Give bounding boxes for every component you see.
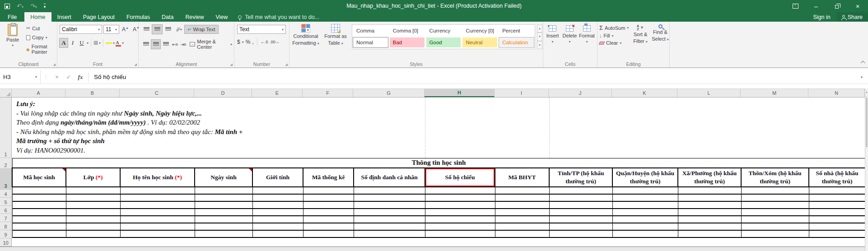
gallery-more-icon[interactable]: ▼ — [537, 41, 542, 49]
cell[interactable] — [120, 216, 195, 223]
copy-button[interactable]: Copy▾ — [24, 34, 57, 41]
cell[interactable] — [495, 230, 549, 237]
cell[interactable] — [66, 223, 120, 230]
header-cell-lop[interactable]: Lớp (*) — [66, 168, 120, 187]
tell-me-box[interactable]: Tell me what you want to do... — [238, 12, 319, 22]
cell[interactable] — [66, 216, 120, 223]
header-cell-xa-phuong[interactable]: Xã/Phường (hộ khẩu thường trú) — [678, 168, 741, 187]
cell[interactable] — [612, 201, 678, 209]
italic-button[interactable]: I — [69, 38, 77, 47]
accounting-dropdown-icon[interactable]: ▾ — [242, 40, 244, 44]
cell[interactable] — [195, 216, 252, 223]
cell[interactable] — [66, 187, 120, 194]
cell[interactable] — [612, 223, 678, 230]
clear-button[interactable]: Clear▾ — [599, 40, 629, 46]
column-header-e[interactable]: E — [252, 89, 303, 97]
cell[interactable] — [741, 216, 809, 223]
cell[interactable] — [549, 201, 612, 209]
percent-style-button[interactable]: % — [246, 39, 251, 45]
header-cell-so-nha[interactable]: Số nhà (hộ khẩu thường trú) — [809, 168, 865, 187]
cell[interactable] — [495, 223, 549, 230]
share-button[interactable]: Share — [837, 12, 868, 22]
cell[interactable] — [495, 98, 549, 158]
column-header-a[interactable]: A — [12, 89, 65, 97]
increase-indent-button[interactable]: ⇥≡ — [179, 42, 187, 47]
section-title-cell[interactable]: Thông tin học sinh — [12, 158, 865, 168]
cell[interactable] — [678, 187, 741, 194]
vertical-scrollbar[interactable]: ▲ — [865, 88, 868, 251]
alignment-dialog-launcher-icon[interactable]: ◢ — [230, 63, 233, 66]
row-header-10[interactable]: 10 — [0, 238, 11, 246]
formula-bar-input[interactable]: Số hộ chiếu — [90, 74, 855, 80]
underline-dropdown-icon[interactable]: ▾ — [87, 41, 89, 45]
gallery-scroll-up-icon[interactable]: ▲ — [537, 24, 542, 33]
cell[interactable] — [354, 201, 425, 209]
align-center-button[interactable] — [151, 40, 160, 49]
column-header-d[interactable]: D — [194, 89, 252, 97]
scrollbar-thumb[interactable] — [866, 98, 868, 147]
header-cell-so-dinh-danh[interactable]: Số định danh cá nhân — [354, 168, 425, 187]
tab-page-layout[interactable]: Page Layout — [77, 12, 121, 22]
cell[interactable] — [741, 223, 809, 230]
fill-button[interactable]: ↓Fill▾ — [599, 33, 629, 38]
column-header-h-selected[interactable]: H — [425, 89, 495, 97]
cell[interactable] — [12, 209, 66, 216]
comma-style-button[interactable]: , — [252, 39, 253, 45]
cell[interactable] — [195, 230, 252, 237]
borders-dropdown-icon[interactable]: ▾ — [99, 41, 101, 45]
cell[interactable] — [495, 209, 549, 216]
decrease-indent-button[interactable]: ⇤≡ — [171, 42, 178, 47]
cell[interactable] — [425, 98, 495, 158]
insert-dropdown-icon[interactable]: ▾ — [551, 40, 553, 44]
cell[interactable] — [195, 223, 252, 230]
column-header-m[interactable]: M — [741, 89, 808, 97]
conditional-formatting-button[interactable]: ≠ Conditional Formatting ▾ — [291, 24, 320, 46]
align-left-button[interactable] — [141, 40, 150, 49]
header-cell-ho-ten[interactable]: Họ tên học sinh (*) — [120, 168, 195, 187]
cell[interactable] — [425, 223, 495, 230]
cell[interactable] — [741, 201, 809, 209]
decrease-decimal-button[interactable]: .00→ — [270, 40, 280, 44]
name-box[interactable]: H3▾ — [0, 70, 41, 84]
number-dialog-launcher-icon[interactable]: ◢ — [285, 63, 288, 66]
formula-bar-handle[interactable]: ⋮ — [41, 74, 51, 80]
cancel-button[interactable]: × — [51, 74, 63, 80]
cell[interactable] — [195, 201, 252, 209]
cell[interactable] — [354, 98, 425, 158]
cell[interactable] — [495, 201, 549, 209]
style-bad[interactable]: Bad — [390, 37, 425, 47]
cell[interactable] — [303, 194, 354, 201]
fill-color-dropdown-icon[interactable]: ▾ — [113, 41, 115, 45]
tab-home[interactable]: Home — [24, 12, 51, 22]
cell[interactable] — [195, 194, 252, 201]
cell[interactable] — [252, 230, 303, 237]
cell[interactable] — [741, 187, 809, 194]
column-header-g[interactable]: G — [353, 89, 425, 97]
top-align-button[interactable] — [141, 25, 151, 34]
underline-button[interactable]: U — [78, 38, 86, 47]
note-cell[interactable]: Lưu ý: - Vui lòng nhập các thông tin ngà… — [12, 98, 252, 158]
save-icon[interactable] — [5, 4, 10, 9]
cell[interactable] — [612, 98, 678, 158]
delete-cells-button[interactable]: × Delete ▾ — [561, 25, 578, 44]
cell[interactable] — [252, 223, 303, 230]
name-box-dropdown-icon[interactable]: ▾ — [35, 75, 37, 79]
column-header-i[interactable]: I — [495, 89, 549, 97]
style-currency[interactable]: Currency — [426, 26, 461, 36]
header-cell-so-ho-chieu-active[interactable]: Số hộ chiếu — [425, 168, 495, 187]
cell[interactable] — [252, 209, 303, 216]
cell[interactable] — [425, 194, 495, 201]
cell[interactable] — [809, 187, 865, 194]
row-header-2[interactable]: 2 — [0, 158, 11, 169]
style-comma0[interactable]: Comma [0] — [390, 26, 425, 36]
sort-filter-button[interactable]: AZ▼ Sort & Filter ▾ — [630, 24, 651, 44]
cell[interactable] — [809, 201, 865, 209]
style-neutral[interactable]: Neutral — [462, 37, 497, 47]
clear-dropdown-icon[interactable]: ▾ — [620, 41, 621, 45]
cell[interactable] — [425, 230, 495, 237]
column-header-l[interactable]: L — [677, 89, 741, 97]
cell[interactable] — [252, 98, 303, 158]
fill-dropdown-icon[interactable]: ▾ — [612, 34, 614, 38]
cell[interactable] — [195, 209, 252, 216]
row-header-7[interactable]: 7 — [0, 214, 11, 222]
